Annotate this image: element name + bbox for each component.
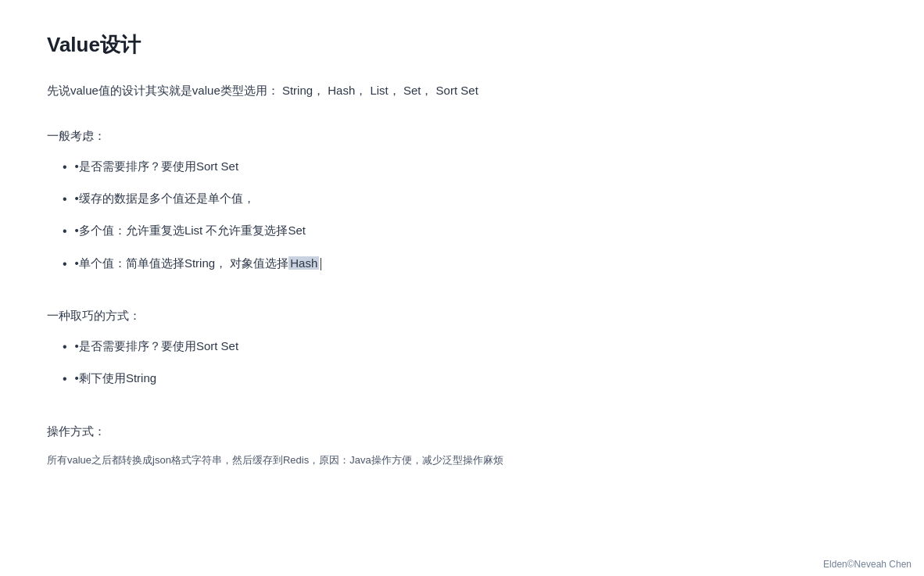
section2-list: • 是否需要排序？要使用Sort Set • 剩下使用String	[63, 336, 877, 389]
list-item-text: 是否需要排序？要使用Sort Set	[79, 336, 238, 356]
intro-text: 先说value值的设计其实就是value类型选用： String， Hash， …	[47, 80, 877, 101]
section-operation: 操作方式： 所有value之后都转换成json格式字符串，然后缓存到Redis，…	[47, 421, 877, 470]
list-item-text: 是否需要排序？要使用Sort Set	[79, 156, 238, 177]
footer-credit: Elden©Neveah Chen	[823, 559, 911, 570]
list-item: • 是否需要排序？要使用Sort Set	[63, 336, 877, 357]
highlighted-text: Hash	[288, 256, 319, 270]
main-content: Value设计 先说value值的设计其实就是value类型选用： String…	[0, 0, 924, 576]
list-item-text: 剩下使用String	[79, 368, 156, 388]
list-item: • 剩下使用String	[63, 368, 877, 389]
list-item-text: 多个值：允许重复选List 不允许重复选择Set	[79, 220, 306, 241]
list-item: • 缓存的数据是多个值还是单个值，	[63, 188, 877, 209]
list-item-text: 缓存的数据是多个值还是单个值，	[79, 188, 255, 209]
section-general: 一般考虑： • 是否需要排序？要使用Sort Set • 缓存的数据是多个值还是…	[47, 126, 877, 274]
section1-label: 一般考虑：	[47, 126, 877, 146]
section1-list: • 是否需要排序？要使用Sort Set • 缓存的数据是多个值还是单个值， •…	[63, 156, 877, 274]
list-item: • 是否需要排序？要使用Sort Set	[63, 156, 877, 177]
list-item: • 多个值：允许重复选List 不允许重复选择Set	[63, 220, 877, 241]
section3-body: 所有value之后都转换成json格式字符串，然后缓存到Redis，原因：Jav…	[47, 452, 877, 469]
section-trick: 一种取巧的方式： • 是否需要排序？要使用Sort Set • 剩下使用Stri…	[47, 306, 877, 390]
section2-label: 一种取巧的方式：	[47, 306, 877, 326]
list-item-text: 单个值：简单值选择String， 对象值选择Hash	[79, 253, 321, 274]
text-cursor	[321, 258, 321, 270]
list-item: • 单个值：简单值选择String， 对象值选择Hash	[63, 253, 877, 274]
page-title: Value设计	[47, 31, 877, 59]
section3-label: 操作方式：	[47, 421, 877, 442]
